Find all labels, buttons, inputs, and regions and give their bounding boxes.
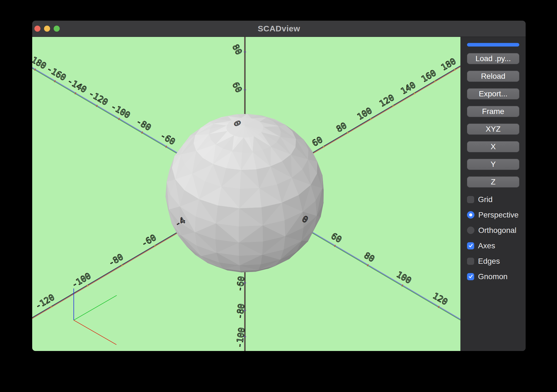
zoom-button[interactable]	[54, 26, 60, 32]
x-axis-label: -120	[87, 88, 110, 107]
radio-orthogonal[interactable]	[467, 227, 474, 234]
toggle-label: Grid	[478, 195, 493, 204]
x-axis-label: -100	[109, 101, 132, 120]
y-axis-label: -120	[33, 292, 56, 311]
y-axis-label: 80	[334, 120, 348, 134]
toggle-stack: GridPerspectiveOrthogonalAxesEdgesGnomon	[467, 196, 519, 280]
gnomon-y-arm	[74, 295, 117, 320]
radio-perspective[interactable]	[467, 211, 474, 219]
title-bar[interactable]: SCADview	[32, 21, 526, 37]
checkbox-gnomon[interactable]	[467, 273, 474, 280]
button-xyz[interactable]: XYZ	[467, 124, 519, 135]
button-z[interactable]: Z	[467, 176, 519, 187]
x-axis-label: -140	[66, 76, 89, 95]
traffic-lights	[34, 26, 60, 32]
minimize-button[interactable]	[44, 26, 50, 32]
sphere-mesh	[166, 114, 324, 272]
checkmark-icon	[468, 243, 473, 248]
z-axis-label: 80	[231, 43, 244, 56]
button-reload[interactable]: Reload	[467, 71, 519, 82]
toggle-row-edges[interactable]: Edges	[467, 257, 519, 265]
button-stack: Load .py...ReloadExport...FrameXYZXYZ	[467, 53, 519, 187]
toggle-label: Gnomon	[478, 272, 507, 281]
x-axis-label: -160	[45, 64, 68, 83]
button-load-py[interactable]: Load .py...	[467, 53, 519, 64]
x-axis-label: 60	[330, 231, 343, 245]
x-axis-label: 80	[362, 250, 376, 264]
button-x[interactable]: X	[467, 141, 519, 152]
app-window: SCADview -180-160-140-120-100-80-6060801…	[32, 21, 526, 351]
checkmark-icon	[468, 274, 473, 279]
toggle-row-gnomon[interactable]: Gnomon	[467, 273, 519, 280]
toggle-label: Orthogonal	[478, 226, 517, 235]
window-content: -180-160-140-120-100-80-6060801001200-12…	[32, 37, 526, 351]
toggle-row-grid[interactable]: Grid	[467, 196, 519, 203]
gnomon	[74, 288, 117, 345]
scene-canvas[interactable]: -180-160-140-120-100-80-6060801001200-12…	[32, 37, 460, 351]
z-axis-label: -80	[234, 303, 246, 320]
z-axis-label: 60	[231, 80, 244, 94]
radio-dot-icon	[469, 213, 472, 216]
toggle-row-axes[interactable]: Axes	[467, 242, 519, 249]
control-panel: Load .py...ReloadExport...FrameXYZXYZ Gr…	[460, 37, 526, 351]
toggle-label: Axes	[478, 241, 495, 250]
checkbox-grid[interactable]	[467, 196, 474, 203]
window-title: SCADview	[258, 24, 300, 33]
toggle-row-orthogonal[interactable]: Orthogonal	[467, 227, 519, 234]
checkbox-axes[interactable]	[467, 242, 474, 249]
toggle-row-perspective[interactable]: Perspective	[467, 211, 519, 219]
toggle-label: Edges	[478, 257, 500, 266]
button-export[interactable]: Export...	[467, 88, 519, 99]
close-button[interactable]	[34, 26, 40, 32]
y-axis-label: 60	[310, 134, 324, 148]
gnomon-x-arm	[74, 320, 116, 345]
checkbox-edges[interactable]	[467, 258, 474, 265]
x-axis-label: -180	[32, 52, 48, 71]
viewport-3d[interactable]: -180-160-140-120-100-80-6060801001200-12…	[32, 37, 460, 351]
progress-bar	[467, 43, 519, 47]
z-axis-label: -60	[234, 276, 246, 292]
button-frame[interactable]: Frame	[467, 106, 519, 117]
y-axis-label: -100	[70, 271, 93, 290]
toggle-label: Perspective	[478, 211, 518, 219]
button-y[interactable]: Y	[467, 159, 519, 170]
